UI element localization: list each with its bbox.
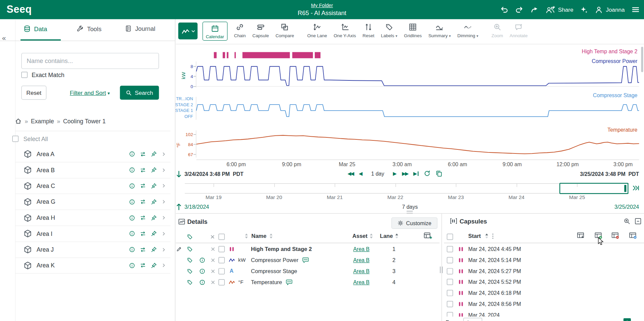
step-back-button[interactable]: ◀: [359, 171, 362, 176]
capsule-row[interactable]: Mar 24, 2024 6:18 PM: [444, 287, 644, 299]
forward-button[interactable]: [530, 5, 539, 14]
row-checkbox[interactable]: [447, 279, 453, 285]
swap-icon[interactable]: [140, 246, 146, 253]
tab-data[interactable]: Data: [23, 25, 47, 33]
columns-icon[interactable]: [577, 232, 585, 239]
chevron-right-icon[interactable]: [161, 184, 166, 189]
capsule-button[interactable]: Capsule: [249, 19, 272, 38]
current-page-badge[interactable]: 1: [624, 318, 631, 321]
sort-icon[interactable]: [245, 233, 248, 239]
series-label-compressor-stage[interactable]: Compressor Stage: [593, 92, 638, 98]
customize-button[interactable]: Customize: [391, 217, 437, 229]
tree-item[interactable]: Area H: [15, 210, 170, 226]
labels-button[interactable]: Labels ▾: [378, 19, 401, 38]
step-forward-button[interactable]: ▶: [393, 171, 397, 176]
chevron-right-icon[interactable]: [161, 215, 166, 220]
column-header-name[interactable]: Name: [251, 233, 266, 239]
investigate-start-arrow-icon[interactable]: [176, 203, 182, 210]
swap-icon[interactable]: [140, 231, 146, 237]
timeline-step-end-icon[interactable]: [633, 185, 640, 192]
asset-link[interactable]: Area B: [353, 279, 370, 285]
tag-column-icon[interactable]: [187, 234, 193, 240]
investigate-duration[interactable]: 7 days: [402, 204, 418, 210]
info-icon[interactable]: [199, 257, 205, 263]
step-to-end-button[interactable]: ▶: [413, 171, 418, 176]
reset-search-button[interactable]: Reset: [21, 86, 47, 100]
filter-and-sort-link[interactable]: Filter and Sort▾: [70, 89, 110, 97]
asset-link[interactable]: Area B: [353, 268, 370, 274]
tag-icon[interactable]: [187, 257, 193, 263]
column-header-lane[interactable]: Lane: [380, 233, 393, 239]
chart-scrollbar[interactable]: [641, 47, 643, 72]
select-all-checkbox[interactable]: [12, 136, 18, 142]
refresh-button[interactable]: [424, 170, 431, 177]
comment-bubble-icon[interactable]: [302, 257, 309, 263]
swap-icon[interactable]: [140, 214, 146, 221]
chevron-right-icon[interactable]: [161, 168, 166, 173]
details-row[interactable]: °F Temperature Area B 4: [176, 277, 440, 288]
hamburger-menu-button[interactable]: [631, 5, 640, 14]
tag-icon[interactable]: [187, 268, 193, 274]
chain-button[interactable]: Chain: [231, 19, 249, 38]
pin-icon[interactable]: [151, 151, 157, 157]
series-name[interactable]: Compressor Power: [251, 257, 298, 263]
tree-item[interactable]: Area I: [15, 226, 170, 242]
view-mode-button[interactable]: [178, 22, 198, 39]
ai-assistant-button[interactable]: [580, 6, 588, 14]
dimming-button[interactable]: Dimming ▾: [454, 19, 482, 38]
info-icon[interactable]: [129, 215, 135, 221]
display-range-end[interactable]: 3/25/2024 3:48 PM PDT: [580, 171, 639, 177]
my-folder-link[interactable]: My Folder: [311, 2, 333, 8]
user-menu-button[interactable]: Joanna: [595, 6, 625, 14]
info-icon[interactable]: [129, 151, 135, 157]
row-checkbox[interactable]: [447, 257, 453, 263]
capsule-row[interactable]: Mar 24, 2024 4:45 PM: [444, 244, 644, 255]
chevron-right-icon[interactable]: [161, 231, 166, 236]
seeq-logo[interactable]: Seeq: [7, 3, 32, 15]
add-column-icon[interactable]: [424, 232, 432, 240]
display-range-selector[interactable]: [559, 183, 629, 194]
tree-item[interactable]: Area B: [15, 162, 170, 178]
zoom-to-capsule-icon[interactable]: [624, 218, 631, 225]
info-icon[interactable]: [129, 199, 135, 205]
summary-button[interactable]: Summary ▾: [425, 19, 454, 38]
stat-columns-icon[interactable]: [629, 232, 637, 239]
row-checkbox[interactable]: [447, 246, 453, 252]
series-label-temperature[interactable]: Temperature: [607, 127, 637, 133]
sort-icon[interactable]: [269, 233, 273, 239]
tree-item[interactable]: Area G: [15, 194, 170, 210]
selector-drag-handle[interactable]: [624, 185, 626, 192]
tab-journal[interactable]: Journal: [125, 25, 155, 32]
row-checkbox[interactable]: [447, 268, 453, 274]
chevron-right-icon[interactable]: [161, 152, 166, 157]
chevron-right-icon[interactable]: [161, 263, 166, 268]
pin-icon[interactable]: [151, 231, 157, 237]
investigate-range-end[interactable]: 3/25/2024: [614, 204, 639, 210]
search-button[interactable]: Search: [120, 86, 159, 100]
details-row[interactable]: A Compressor Stage Area B 3: [176, 266, 440, 277]
info-icon[interactable]: [129, 231, 135, 237]
search-input[interactable]: [21, 53, 159, 69]
remove-icon[interactable]: [210, 269, 216, 274]
details-row[interactable]: kW Compressor Power Area B 2: [176, 255, 440, 266]
pin-icon[interactable]: [151, 199, 157, 205]
comment-bubble-icon[interactable]: [286, 279, 293, 285]
sort-icon[interactable]: [369, 233, 373, 239]
select-all-rows-checkbox[interactable]: [218, 234, 225, 240]
info-icon[interactable]: [129, 167, 135, 173]
row-checkbox[interactable]: [218, 279, 225, 285]
chevron-right-icon[interactable]: [161, 199, 166, 204]
pin-icon[interactable]: [151, 215, 157, 221]
info-icon[interactable]: [129, 247, 135, 253]
tree-item[interactable]: Area J: [15, 242, 170, 258]
gridlines-button[interactable]: Gridlines: [401, 19, 425, 38]
reset-axes-button[interactable]: Reset: [359, 19, 378, 38]
capsule-row[interactable]: Mar 24, 2024 5:52 PM: [444, 276, 644, 287]
pin-icon[interactable]: [151, 247, 157, 253]
sort-asc-icon[interactable]: [485, 233, 488, 239]
step-back-fast-button[interactable]: ◀◀: [347, 171, 353, 176]
display-range-start[interactable]: 3/24/2024 3:48 PM PDT: [185, 171, 244, 177]
capsule-row[interactable]: Mar 24, 2024 5:14 PM: [444, 255, 644, 266]
row-checkbox[interactable]: [218, 246, 225, 252]
remove-icon[interactable]: [210, 247, 216, 252]
